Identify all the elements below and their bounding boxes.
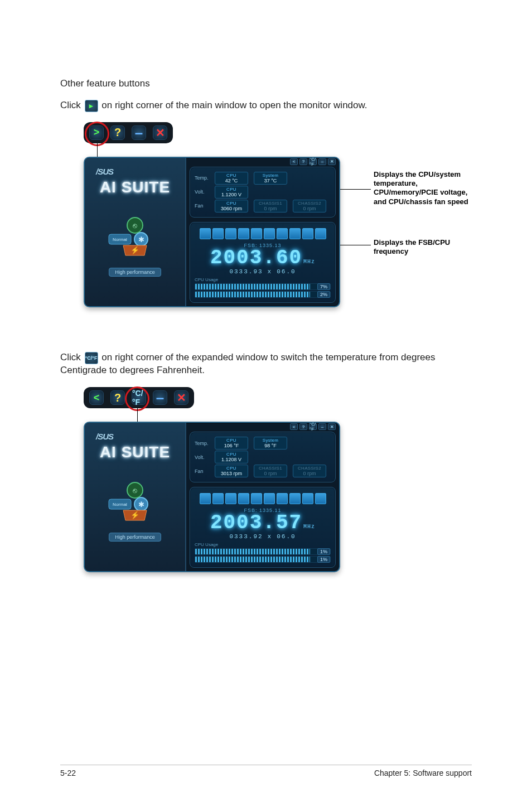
row-temp-label: Temp. <box>195 441 209 446</box>
expand-icon-inline: ▸ <box>85 99 98 112</box>
figure-centigrade: > ? – ✕ /SUS AI SUITE ⎋ <box>84 122 472 301</box>
back-button[interactable]: < <box>89 390 104 405</box>
annot-line-freq <box>340 245 371 245</box>
cf-icon-inline: °C/°F <box>85 351 98 364</box>
temperature-unit-button[interactable]: °C/°F <box>132 390 146 405</box>
titlebar-f: < ? °C/°F – ✕ <box>84 387 194 408</box>
window-mini-controls: < ? °C/°F – ✕ <box>186 158 339 166</box>
cpu-level-icon: ⎋ Normal ✱ ⚡ <box>104 480 166 525</box>
mini-close[interactable]: ✕ <box>328 158 336 165</box>
page-number: 5-22 <box>60 769 76 777</box>
cpu-usage-label: CPU Usage <box>195 542 331 547</box>
fan-cpu: CPU3013 rpm <box>215 465 248 477</box>
fan-cpu: CPU3060 rpm <box>215 200 248 212</box>
close-button[interactable]: ✕ <box>174 390 188 405</box>
mini-back[interactable]: < <box>290 158 298 165</box>
fan-chassis1: CHASSIS10 rpm <box>254 465 287 477</box>
mini-help[interactable]: ? <box>299 158 307 165</box>
paragraph-1: Click ▸ on right corner of the main wind… <box>60 99 472 112</box>
temp-cpu: CPU106 °F <box>215 437 248 450</box>
monitor-panel: Temp. CPU106 °F System98 °F Volt. CPU1.1… <box>190 432 336 482</box>
ai-suite-window-c: /SUS AI SUITE ⎋ Normal ✱ ⚡ <box>84 157 340 307</box>
help-button[interactable]: ? <box>110 390 125 405</box>
paragraph-2: Click °C/°F on right corner of the expan… <box>60 351 472 377</box>
para2-prefix: Click <box>60 352 84 363</box>
annot-freq: Displays the FSB/CPU frequency <box>374 238 480 257</box>
segment-bar <box>195 493 331 504</box>
cpu-usage-bar-2: 2% <box>195 291 331 298</box>
chapter-label: Chapter 5: Software support <box>374 769 472 777</box>
para2-suffix: on right corner of the expanded window t… <box>60 352 435 376</box>
para1-prefix: Click <box>60 100 84 110</box>
svg-text:✱: ✱ <box>138 500 144 509</box>
performance-label: High performance <box>109 268 161 277</box>
annot-monitor: Displays the CPU/system temperature, CPU… <box>374 170 480 206</box>
annot-line-monitor <box>340 189 371 190</box>
svg-text:✱: ✱ <box>138 235 144 244</box>
row-temp-label: Temp. <box>195 175 209 181</box>
mini-close[interactable]: ✕ <box>328 423 336 430</box>
cpu-usage-bar-1: 1% <box>195 548 331 555</box>
svg-text:⎋: ⎋ <box>133 221 137 230</box>
page-footer: 5-22 Chapter 5: Software support <box>60 765 472 777</box>
fan-chassis2: CHASSIS20 rpm <box>293 465 326 477</box>
brand-aisuite: AI SUITE <box>100 178 170 196</box>
cpu-frequency: 2003.60MHz <box>195 248 331 268</box>
mini-help[interactable]: ? <box>299 423 307 430</box>
para1-suffix: on right corner of the main window to op… <box>101 100 367 110</box>
frequency-panel: FSB: 1335.11 2003.57MHz 0333.92 x 06.0 C… <box>190 487 336 568</box>
brand-asus: /SUS <box>85 167 113 176</box>
cpu-usage-bar-1: 7% <box>195 283 331 290</box>
section-heading: Other feature buttons <box>60 78 472 89</box>
frequency-panel: FSB: 1335.13 2003.60MHz 0333.93 x 06.0 C… <box>190 222 336 303</box>
brand-aisuite: AI SUITE <box>100 443 170 461</box>
brand-asus: /SUS <box>85 432 113 441</box>
temp-system: System98 °F <box>254 437 287 450</box>
titlebar-c: > ? – ✕ <box>84 122 173 143</box>
mini-cf[interactable]: °C/°F <box>309 158 317 165</box>
mini-min[interactable]: – <box>318 158 326 165</box>
performance-label: High performance <box>109 533 161 542</box>
row-volt-label: Volt. <box>195 455 209 460</box>
svg-text:Normal: Normal <box>113 237 127 242</box>
monitor-panel: Temp. CPU42 °C System37 °C Volt. CPU1.12… <box>190 167 336 218</box>
volt-cpu: CPU1.1200 V <box>215 186 248 199</box>
cpu-usage-label: CPU Usage <box>195 277 331 282</box>
svg-text:⚡: ⚡ <box>130 245 140 255</box>
row-fan-label: Fan <box>195 468 209 474</box>
cpu-level-icon: ⎋ Normal ✱ ⚡ <box>104 215 166 260</box>
ai-suite-window-f: /SUS AI SUITE ⎋ Normal ✱ ⚡ <box>84 422 340 572</box>
svg-text:⎋: ⎋ <box>133 486 137 495</box>
volt-cpu: CPU1.1208 V <box>215 451 248 463</box>
fan-chassis2: CHASSIS20 rpm <box>293 200 326 212</box>
help-button[interactable]: ? <box>110 125 125 140</box>
footer-rule <box>60 765 472 765</box>
minimize-button[interactable]: – <box>153 390 167 405</box>
svg-text:Normal: Normal <box>113 502 127 507</box>
segment-bar <box>195 228 331 239</box>
svg-text:⚡: ⚡ <box>130 510 140 520</box>
window-mini-controls: < ? °C/°F – ✕ <box>186 423 339 431</box>
fan-chassis1: CHASSIS10 rpm <box>254 200 287 212</box>
row-volt-label: Volt. <box>195 189 209 195</box>
mini-min[interactable]: – <box>318 423 326 430</box>
mini-back[interactable]: < <box>290 423 298 430</box>
cpu-usage-bar-2: 1% <box>195 556 331 563</box>
figure-fahrenheit: < ? °C/°F – ✕ /SUS AI SUITE ⎋ <box>84 387 472 566</box>
cpu-frequency: 2003.57MHz <box>195 513 331 533</box>
temp-system: System37 °C <box>254 172 287 185</box>
mini-cf[interactable]: °C/°F <box>309 423 317 430</box>
row-fan-label: Fan <box>195 203 209 209</box>
minimize-button[interactable]: – <box>132 125 146 140</box>
temp-cpu: CPU42 °C <box>215 172 248 185</box>
close-button[interactable]: ✕ <box>153 125 167 140</box>
expand-button[interactable]: > <box>89 125 104 140</box>
